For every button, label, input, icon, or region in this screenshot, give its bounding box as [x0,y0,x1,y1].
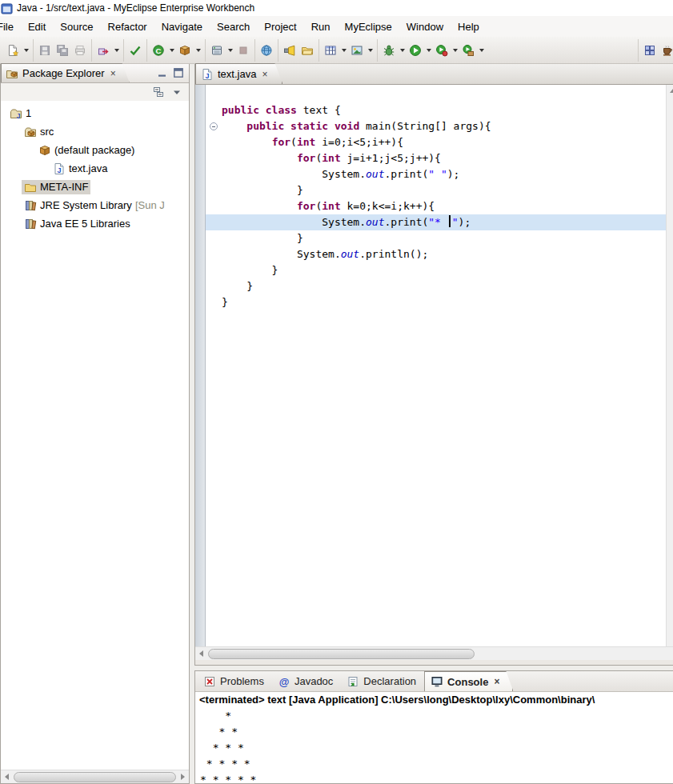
new-class-dropdown-caret[interactable] [167,42,176,59]
scrollbar-thumb[interactable] [14,772,176,782]
debug-dropdown-caret[interactable] [398,42,407,59]
new-package-dropdown-caret[interactable] [194,42,202,59]
tree-item-meta-inf[interactable]: META-INF [1,178,189,196]
tab-text-java[interactable]: J text.java × [195,63,282,84]
console-output[interactable]: * * * * * * * * * ** * * * * [195,708,673,783]
editor-horizontal-scrollbar[interactable] [195,646,673,660]
db-explorer-button[interactable] [322,42,339,59]
close-icon[interactable]: × [110,68,116,79]
scroll-up-arrow[interactable] [667,85,673,97]
console-output-line: * * * * [200,756,673,772]
code-line[interactable]: public class text { [206,102,666,118]
run-history-dropdown-caret[interactable] [451,42,459,59]
close-icon[interactable]: × [494,676,499,687]
menu-myeclipse[interactable]: MyEclipse [338,18,399,36]
code-token: k=0;k<=i;k++){ [341,200,435,212]
run-dropdown-caret[interactable] [424,42,433,59]
menu-help[interactable]: Help [451,18,487,36]
stop-server-button[interactable] [234,42,252,59]
tree-item-1[interactable]: J1 [1,104,189,122]
web-browser-button[interactable] [258,42,275,59]
print-button[interactable] [71,42,89,59]
code-token: ); [447,168,460,180]
code-line[interactable]: for(int k=0;k<=i;k++){ [206,198,666,214]
run-server-button[interactable] [208,42,226,59]
menu-project[interactable]: Project [257,18,303,36]
annotation-ruler[interactable] [195,85,206,646]
code-token [284,120,290,132]
menu-source[interactable]: Source [53,18,100,36]
menu-run[interactable]: Run [304,18,338,36]
tab-problems[interactable]: Problems [198,671,272,691]
code-line[interactable]: } [206,230,666,246]
java-ee-grid-button[interactable] [641,42,659,59]
code-line[interactable]: } [206,278,666,294]
code-line[interactable]: public static void main(String[] args){ [206,118,666,134]
tree-item-src[interactable]: src [1,122,189,141]
collapse-all-button[interactable] [150,84,166,100]
run-button[interactable] [407,42,424,59]
menu-search[interactable]: Search [210,18,257,36]
tree-item-java-ee-5-libraries[interactable]: Java EE 5 Libraries [1,214,189,233]
tab-package-explorer[interactable]: Package Explorer × [1,63,130,82]
tree-item-default-package[interactable]: (default package) [1,141,189,159]
deploy-dropdown-caret[interactable] [112,42,121,59]
menu-window[interactable]: Window [399,18,451,36]
new-package-button[interactable] [176,42,194,59]
window-title: Java - 1/src/text.java - MyEclipse Enter… [17,2,254,14]
menu-refactor[interactable]: Refactor [101,18,154,36]
new-wizard-dropdown-caret[interactable] [22,42,30,59]
code-line[interactable]: } [206,182,666,198]
toolbar-group [91,39,123,62]
java-perspective-button[interactable] [659,42,673,59]
image-preview-button[interactable] [348,42,366,59]
external-tools-dropdown-caret[interactable] [477,42,486,59]
scroll-right-arrow[interactable] [177,771,189,783]
chevron-down-icon [24,49,29,52]
code-line[interactable]: for(int i=0;i<5;i++){ [206,134,666,150]
code-token: for [272,136,290,148]
debug-button[interactable] [380,42,398,59]
save-all-button[interactable] [54,42,71,59]
maximize-button[interactable] [172,66,185,79]
code-line[interactable]: System.out.println(); [206,246,666,262]
search-button[interactable] [281,42,298,59]
open-resource-button[interactable] [298,42,316,59]
code-token: text { [297,104,341,116]
tree-item-jre-system-library[interactable]: JRE System Library [Sun J [1,196,189,214]
minimize-button[interactable] [156,66,169,79]
db-explorer-dropdown-caret[interactable] [339,42,348,59]
code-line[interactable]: System.out.print("* "); [206,214,666,230]
horizontal-scrollbar[interactable] [1,770,189,783]
run-history-button[interactable] [433,42,451,59]
scroll-left-arrow[interactable] [1,771,13,783]
save-button[interactable] [36,42,54,59]
tab-console[interactable]: Console× [424,671,513,691]
grid-icon [643,44,656,57]
vertical-scrollbar[interactable] [666,85,673,646]
scroll-left-arrow[interactable] [195,648,207,660]
code-line[interactable]: System.out.print(" "); [206,166,666,182]
menu-file[interactable]: File [0,18,21,36]
code-line[interactable]: } [206,262,666,278]
package-explorer-tree: J1src(default package)Jtext.javaMETA-INF… [1,101,189,770]
run-server-dropdown-caret[interactable] [226,42,234,59]
tree-item-text-java[interactable]: Jtext.java [1,159,189,178]
external-tools-button[interactable] [459,42,477,59]
code-line[interactable]: for(int j=i+1;j<5;j++){ [206,150,666,166]
new-wizard-button[interactable] [4,42,22,59]
menu-navigate[interactable]: Navigate [154,18,210,36]
image-preview-dropdown-caret[interactable] [366,42,375,59]
close-icon[interactable]: × [262,69,267,80]
code-line[interactable]: } [206,294,666,310]
fold-collapse-icon[interactable] [210,122,218,130]
code-area[interactable]: public class text { public static void m… [206,85,666,646]
new-class-button[interactable]: C [150,42,167,59]
validate-button[interactable] [126,42,144,59]
deploy-button[interactable] [94,42,112,59]
menu-edit[interactable]: Edit [21,18,53,36]
view-menu-button[interactable] [169,84,185,100]
tab-declaration[interactable]: Declaration [341,671,424,691]
scrollbar-thumb[interactable] [208,649,475,659]
tab-javadoc[interactable]: @Javadoc [272,671,341,691]
